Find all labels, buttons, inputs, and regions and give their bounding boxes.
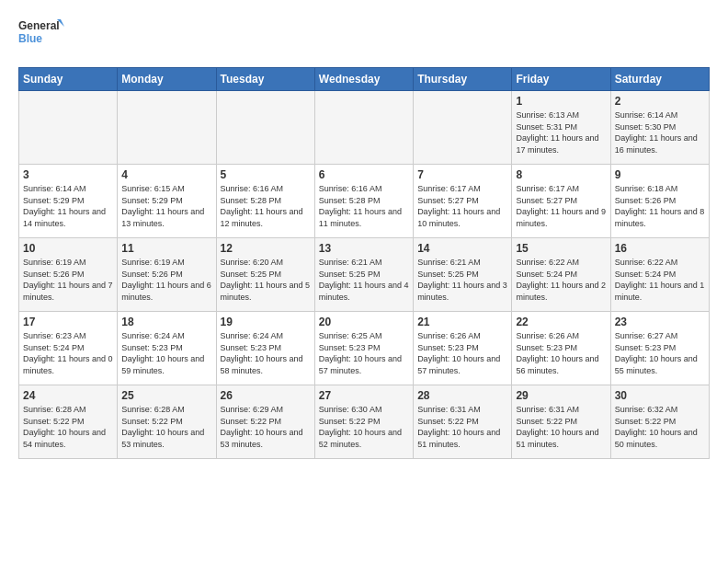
header-saturday: Saturday [610,68,709,91]
day-cell: 2Sunrise: 6:14 AM Sunset: 5:30 PM Daylig… [610,91,709,165]
svg-text:Blue: Blue [18,32,42,45]
calendar-body: 1Sunrise: 6:13 AM Sunset: 5:31 PM Daylig… [19,91,710,459]
day-number: 11 [121,242,211,255]
day-number: 20 [319,316,409,328]
day-info: Sunrise: 6:30 AM Sunset: 5:22 PM Dayligh… [319,404,409,450]
header-row: SundayMondayTuesdayWednesdayThursdayFrid… [19,68,710,91]
day-info: Sunrise: 6:16 AM Sunset: 5:28 PM Dayligh… [221,183,311,229]
header-thursday: Thursday [414,68,512,91]
day-info: Sunrise: 6:14 AM Sunset: 5:30 PM Dayligh… [615,109,705,155]
day-info: Sunrise: 6:28 AM Sunset: 5:22 PM Dayligh… [121,404,211,450]
day-number: 13 [319,242,409,255]
day-cell [314,91,413,165]
day-cell: 5Sunrise: 6:16 AM Sunset: 5:28 PM Daylig… [216,165,314,238]
calendar-header: SundayMondayTuesdayWednesdayThursdayFrid… [19,68,710,91]
day-number: 14 [417,242,507,255]
day-info: Sunrise: 6:20 AM Sunset: 5:25 PM Dayligh… [221,257,311,303]
day-number: 29 [516,389,606,402]
header-friday: Friday [512,68,610,91]
day-number: 10 [23,242,113,255]
day-cell: 15Sunrise: 6:22 AM Sunset: 5:24 PM Dayli… [512,238,610,312]
day-cell: 30Sunrise: 6:32 AM Sunset: 5:22 PM Dayli… [610,385,709,459]
day-cell: 13Sunrise: 6:21 AM Sunset: 5:25 PM Dayli… [314,238,413,312]
day-info: Sunrise: 6:31 AM Sunset: 5:22 PM Dayligh… [417,404,507,450]
day-cell: 20Sunrise: 6:25 AM Sunset: 5:23 PM Dayli… [314,312,413,385]
week-row-1: 3Sunrise: 6:14 AM Sunset: 5:29 PM Daylig… [19,165,710,238]
day-info: Sunrise: 6:13 AM Sunset: 5:31 PM Dayligh… [516,109,606,155]
week-row-4: 24Sunrise: 6:28 AM Sunset: 5:22 PM Dayli… [19,385,710,459]
day-cell: 18Sunrise: 6:24 AM Sunset: 5:23 PM Dayli… [118,312,216,385]
day-info: Sunrise: 6:26 AM Sunset: 5:23 PM Dayligh… [417,330,507,376]
day-cell: 1Sunrise: 6:13 AM Sunset: 5:31 PM Daylig… [512,91,610,165]
day-cell: 9Sunrise: 6:18 AM Sunset: 5:26 PM Daylig… [610,165,709,238]
day-cell: 28Sunrise: 6:31 AM Sunset: 5:22 PM Dayli… [414,385,512,459]
day-cell: 3Sunrise: 6:14 AM Sunset: 5:29 PM Daylig… [19,165,118,238]
day-info: Sunrise: 6:23 AM Sunset: 5:24 PM Dayligh… [23,330,113,376]
day-info: Sunrise: 6:14 AM Sunset: 5:29 PM Dayligh… [23,183,113,229]
day-number: 18 [121,316,211,328]
day-info: Sunrise: 6:16 AM Sunset: 5:28 PM Dayligh… [319,183,409,229]
day-cell: 29Sunrise: 6:31 AM Sunset: 5:22 PM Dayli… [512,385,610,459]
day-number: 28 [417,389,507,402]
day-number: 26 [221,389,311,402]
day-cell: 26Sunrise: 6:29 AM Sunset: 5:22 PM Dayli… [216,385,314,459]
calendar-container: General Blue SundayMondayTuesdayWednesda… [0,0,728,468]
day-number: 1 [516,95,606,108]
day-cell: 27Sunrise: 6:30 AM Sunset: 5:22 PM Dayli… [314,385,413,459]
calendar-table: SundayMondayTuesdayWednesdayThursdayFrid… [18,67,710,459]
day-number: 15 [516,242,606,255]
header-monday: Monday [118,68,216,91]
day-number: 23 [615,316,705,328]
day-cell: 10Sunrise: 6:19 AM Sunset: 5:26 PM Dayli… [19,238,118,312]
day-info: Sunrise: 6:22 AM Sunset: 5:24 PM Dayligh… [516,257,606,303]
day-number: 12 [221,242,311,255]
day-number: 22 [516,316,606,328]
day-cell: 8Sunrise: 6:17 AM Sunset: 5:27 PM Daylig… [512,165,610,238]
day-number: 24 [23,389,113,402]
day-info: Sunrise: 6:17 AM Sunset: 5:27 PM Dayligh… [417,183,507,229]
day-number: 7 [417,168,507,181]
day-number: 30 [615,389,705,402]
day-cell: 16Sunrise: 6:22 AM Sunset: 5:24 PM Dayli… [610,238,709,312]
day-info: Sunrise: 6:21 AM Sunset: 5:25 PM Dayligh… [417,257,507,303]
day-number: 17 [23,316,113,328]
day-info: Sunrise: 6:15 AM Sunset: 5:29 PM Dayligh… [121,183,211,229]
logo: General Blue [18,15,64,56]
header: General Blue [18,15,710,56]
day-cell: 24Sunrise: 6:28 AM Sunset: 5:22 PM Dayli… [19,385,118,459]
day-cell: 11Sunrise: 6:19 AM Sunset: 5:26 PM Dayli… [118,238,216,312]
svg-text:General: General [18,19,60,32]
day-info: Sunrise: 6:29 AM Sunset: 5:22 PM Dayligh… [221,404,311,450]
day-info: Sunrise: 6:26 AM Sunset: 5:23 PM Dayligh… [516,330,606,376]
day-info: Sunrise: 6:17 AM Sunset: 5:27 PM Dayligh… [516,183,606,229]
day-info: Sunrise: 6:18 AM Sunset: 5:26 PM Dayligh… [615,183,705,229]
day-cell [118,91,216,165]
day-number: 5 [221,168,311,181]
day-info: Sunrise: 6:28 AM Sunset: 5:22 PM Dayligh… [23,404,113,450]
week-row-3: 17Sunrise: 6:23 AM Sunset: 5:24 PM Dayli… [19,312,710,385]
day-info: Sunrise: 6:25 AM Sunset: 5:23 PM Dayligh… [319,330,409,376]
day-cell: 17Sunrise: 6:23 AM Sunset: 5:24 PM Dayli… [19,312,118,385]
day-info: Sunrise: 6:24 AM Sunset: 5:23 PM Dayligh… [221,330,311,376]
day-info: Sunrise: 6:21 AM Sunset: 5:25 PM Dayligh… [319,257,409,303]
day-cell [414,91,512,165]
week-row-0: 1Sunrise: 6:13 AM Sunset: 5:31 PM Daylig… [19,91,710,165]
day-cell: 7Sunrise: 6:17 AM Sunset: 5:27 PM Daylig… [414,165,512,238]
day-info: Sunrise: 6:32 AM Sunset: 5:22 PM Dayligh… [615,404,705,450]
week-row-2: 10Sunrise: 6:19 AM Sunset: 5:26 PM Dayli… [19,238,710,312]
header-sunday: Sunday [19,68,118,91]
header-tuesday: Tuesday [216,68,314,91]
day-info: Sunrise: 6:27 AM Sunset: 5:23 PM Dayligh… [615,330,705,376]
day-cell: 23Sunrise: 6:27 AM Sunset: 5:23 PM Dayli… [610,312,709,385]
day-cell: 4Sunrise: 6:15 AM Sunset: 5:29 PM Daylig… [118,165,216,238]
logo-svg: General Blue [18,15,64,56]
day-cell: 12Sunrise: 6:20 AM Sunset: 5:25 PM Dayli… [216,238,314,312]
day-info: Sunrise: 6:24 AM Sunset: 5:23 PM Dayligh… [121,330,211,376]
day-number: 25 [121,389,211,402]
day-cell: 19Sunrise: 6:24 AM Sunset: 5:23 PM Dayli… [216,312,314,385]
day-cell [216,91,314,165]
day-info: Sunrise: 6:19 AM Sunset: 5:26 PM Dayligh… [121,257,211,303]
day-number: 8 [516,168,606,181]
day-cell: 14Sunrise: 6:21 AM Sunset: 5:25 PM Dayli… [414,238,512,312]
day-cell: 6Sunrise: 6:16 AM Sunset: 5:28 PM Daylig… [314,165,413,238]
